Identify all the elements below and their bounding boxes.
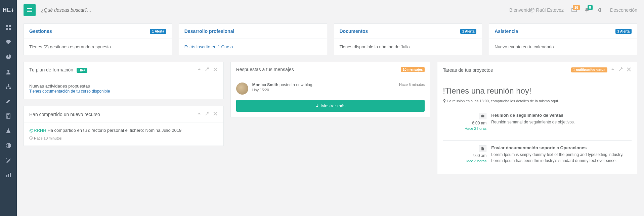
panel-messages-badge: 10 mensajes bbox=[401, 67, 425, 72]
panel-messages-title: Respuestas a tus mensajes bbox=[236, 67, 294, 72]
svg-rect-9 bbox=[7, 114, 9, 115]
barchart-icon bbox=[6, 172, 11, 178]
sidebar-item-calc[interactable] bbox=[0, 109, 17, 123]
svg-rect-5 bbox=[8, 84, 9, 86]
card-documentos-body: Tienes disponible la nómina de Julio bbox=[334, 39, 482, 55]
panel-settings-button[interactable] bbox=[205, 111, 210, 117]
svg-rect-18 bbox=[8, 174, 9, 177]
calculator-icon bbox=[6, 113, 11, 119]
card-asistencia-title[interactable]: Asistencia bbox=[495, 29, 518, 34]
contrast-icon bbox=[6, 143, 11, 148]
svg-rect-22 bbox=[27, 11, 32, 12]
logout-link[interactable]: Desconexión bbox=[610, 7, 637, 13]
svg-rect-21 bbox=[27, 10, 32, 10]
sidebar-item-theme[interactable] bbox=[0, 138, 17, 153]
clock-icon bbox=[29, 136, 33, 140]
wrench-icon bbox=[205, 111, 210, 116]
svg-rect-6 bbox=[6, 88, 7, 89]
svg-point-11 bbox=[9, 116, 9, 117]
sidebar-item-magic[interactable] bbox=[0, 153, 17, 168]
task-item: 7:00 am Hace 3 horas Enviar documentació… bbox=[443, 140, 632, 168]
panel-close-button[interactable] bbox=[626, 67, 632, 73]
panel-plan-title: Tu plan de formación bbox=[29, 67, 73, 72]
close-icon bbox=[213, 67, 218, 72]
brand-logo: HE+ bbox=[0, 0, 17, 20]
sidebar-item-org[interactable] bbox=[0, 79, 17, 94]
task-desc: Reunión semanal de seguimiento de objeti… bbox=[491, 119, 632, 125]
panel-collapse-button[interactable] bbox=[197, 67, 202, 73]
sidebar-item-reports[interactable] bbox=[0, 50, 17, 64]
sidebar-item-profile[interactable] bbox=[0, 64, 17, 79]
task-ago: Hace 2 horas bbox=[465, 126, 486, 130]
diamond-icon bbox=[6, 40, 11, 45]
panel-settings-button[interactable] bbox=[618, 67, 624, 73]
sidebar-item-premium[interactable] bbox=[0, 35, 17, 50]
signout-icon bbox=[597, 7, 602, 13]
card-gestiones: Gestiones 1 Alerta Tienes (2) gestiones … bbox=[24, 23, 172, 55]
sidebar-item-dashboard[interactable] bbox=[0, 20, 17, 35]
svg-rect-25 bbox=[481, 115, 484, 117]
card-desarrollo-title[interactable]: Desarrollo profesional bbox=[184, 29, 234, 34]
panel-plan-badge: HR+ bbox=[77, 68, 87, 73]
panel-collapse-button[interactable] bbox=[610, 67, 615, 73]
svg-point-15 bbox=[10, 158, 10, 159]
card-asistencia-body: Nuevo evento en tu calendario bbox=[489, 39, 637, 55]
sidebar-item-analytics[interactable] bbox=[0, 168, 17, 182]
share-time: Hace 10 minutos bbox=[34, 136, 62, 140]
summary-cards: Gestiones 1 Alerta Tienes (2) gestiones … bbox=[24, 23, 637, 55]
card-documentos-alert: 1 Alerta bbox=[460, 29, 476, 34]
content: Gestiones 1 Alerta Tienes (2) gestiones … bbox=[17, 20, 644, 216]
chevron-up-icon bbox=[610, 67, 615, 72]
panel-close-button[interactable] bbox=[213, 67, 218, 73]
notifications-button[interactable]: 8 bbox=[581, 4, 593, 16]
card-desarrollo-body[interactable]: Estás inscrito en 1 Curso bbox=[184, 44, 233, 49]
edit-icon bbox=[6, 99, 11, 104]
share-mention[interactable]: @RRHH bbox=[29, 128, 46, 133]
share-body: Ha compartido en tu directorio personal … bbox=[46, 128, 182, 133]
show-more-button[interactable]: Mostrar más bbox=[236, 100, 425, 112]
svg-point-23 bbox=[587, 11, 588, 12]
file-icon bbox=[479, 145, 486, 152]
task-ago: Hace 3 horas bbox=[465, 159, 486, 163]
wand-icon bbox=[6, 158, 11, 163]
message-author: Monica Smith bbox=[252, 83, 278, 87]
message-action: posted a new blog. bbox=[278, 83, 313, 87]
map-marker-icon bbox=[443, 99, 446, 103]
svg-rect-7 bbox=[9, 88, 11, 89]
messages-button[interactable]: 16 bbox=[568, 4, 580, 16]
flask-icon bbox=[6, 128, 11, 133]
grid-icon bbox=[6, 25, 11, 30]
panel-tasks-badge: 1 notificación nueva bbox=[571, 67, 607, 72]
svg-point-4 bbox=[7, 70, 9, 72]
sitemap-icon bbox=[6, 84, 11, 89]
svg-rect-3 bbox=[9, 28, 11, 30]
panel-close-button[interactable] bbox=[213, 111, 218, 117]
arrow-down-icon bbox=[315, 104, 319, 108]
panel-collapse-button[interactable] bbox=[197, 111, 202, 117]
tasks-hero-sub: La reunión es a las 18:00, comprueba los… bbox=[447, 99, 559, 103]
task-title: Enviar documentación soporte a Operacion… bbox=[491, 145, 632, 150]
menu-toggle-button[interactable] bbox=[24, 4, 36, 16]
panel-settings-button[interactable] bbox=[205, 67, 210, 73]
svg-point-12 bbox=[7, 117, 8, 118]
plan-line1: Nuevas actividades propuestas bbox=[29, 84, 218, 89]
task-hour: 6:00 am bbox=[443, 121, 486, 125]
svg-rect-19 bbox=[10, 173, 11, 177]
search-input[interactable] bbox=[41, 7, 175, 13]
svg-rect-2 bbox=[6, 28, 8, 30]
sidebar-item-edit[interactable] bbox=[0, 94, 17, 109]
card-gestiones-title[interactable]: Gestiones bbox=[29, 29, 52, 34]
card-documentos: Documentos 1 Alerta Tienes disponible la… bbox=[334, 23, 482, 55]
message-ago: Hace 5 minutos bbox=[399, 83, 425, 95]
plan-line2-link[interactable]: Tienes documentación de tu curso disponi… bbox=[29, 89, 110, 94]
close-icon bbox=[626, 67, 632, 72]
sidebar-item-lab[interactable] bbox=[0, 123, 17, 138]
card-gestiones-alert: 1 Alerta bbox=[150, 29, 166, 34]
panel-tasks-title: Tareas de tus proyectos bbox=[443, 67, 493, 73]
notifications-badge: 8 bbox=[588, 5, 593, 10]
main: Bienvenid@ Raúl Estevez 16 8 Desconexión bbox=[17, 0, 644, 216]
hamburger-icon bbox=[27, 7, 32, 13]
sidebar: HE+ bbox=[0, 0, 17, 216]
logout-button[interactable] bbox=[594, 4, 605, 16]
card-documentos-title[interactable]: Documentos bbox=[340, 29, 368, 34]
